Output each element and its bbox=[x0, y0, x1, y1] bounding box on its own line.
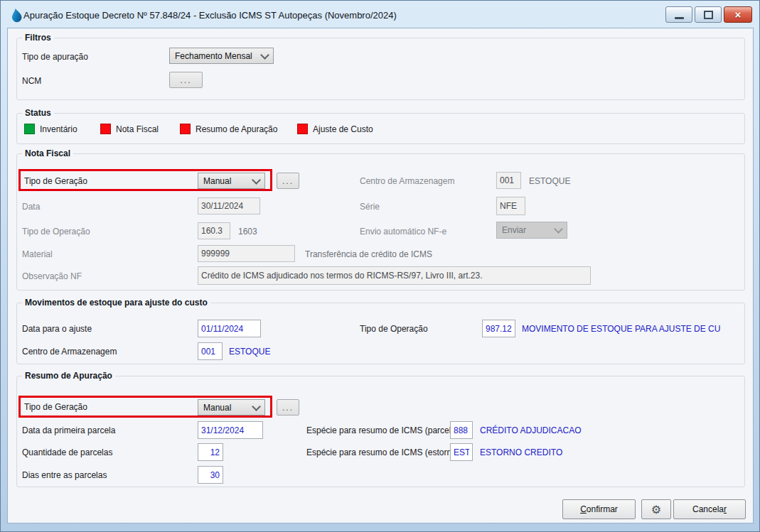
minimize-button[interactable] bbox=[665, 6, 692, 23]
ncm-label: NCM bbox=[22, 76, 41, 86]
res-tipo-geracao-select[interactable]: Manual bbox=[198, 399, 265, 416]
nf-tipo-geracao-select[interactable]: Manual bbox=[198, 173, 265, 189]
nf-tipo-operacao-label: Tipo de Operação bbox=[22, 227, 90, 237]
nf-tipo-operacao-input bbox=[198, 222, 230, 239]
nf-material-input bbox=[198, 245, 295, 262]
res-tipo-geracao-label: Tipo de Geração bbox=[24, 402, 87, 412]
cancel-button-label: Cancela bbox=[692, 504, 724, 514]
res-tipo-geracao-value: Manual bbox=[203, 403, 231, 413]
res-data-parcela-input[interactable] bbox=[198, 421, 263, 439]
confirm-button-accesskey: C bbox=[580, 504, 587, 514]
group-filtros-title: Filtros bbox=[22, 33, 54, 43]
water-drop-icon bbox=[9, 8, 23, 23]
nf-observacao-label: Observação NF bbox=[22, 271, 82, 281]
mov-data-ajuste-label: Data para o ajuste bbox=[22, 324, 92, 334]
nf-envio-value: Enviar bbox=[502, 225, 526, 235]
maximize-button[interactable] bbox=[695, 6, 722, 23]
status-square-nota-fiscal bbox=[100, 124, 111, 134]
maximize-icon bbox=[704, 11, 713, 19]
confirm-button[interactable]: Confirmar bbox=[562, 499, 636, 519]
res-qtd-parcelas-input[interactable] bbox=[198, 443, 223, 461]
window-title: Apuração Estoque Decreto Nº 57.848/24 - … bbox=[23, 10, 397, 21]
status-label-nota-fiscal: Nota Fiscal bbox=[116, 124, 159, 134]
res-especie-estorno-input[interactable] bbox=[450, 443, 473, 461]
minimize-icon bbox=[675, 17, 684, 19]
nf-browse-button[interactable]: ... bbox=[277, 173, 299, 189]
res-especie-estorno-label: Espécie para resumo de ICMS (estorno) bbox=[306, 447, 459, 457]
mov-centro-input[interactable] bbox=[198, 342, 223, 360]
mov-centro-label: Centro de Armazenagem bbox=[22, 347, 117, 357]
res-especie-estorno-desc: ESTORNO CREDITO bbox=[480, 447, 562, 457]
nf-observacao-input bbox=[198, 266, 591, 285]
mov-tipo-operacao-desc: MOVIMENTO DE ESTOQUE PARA AJUSTE DE CU bbox=[522, 324, 720, 334]
chevron-down-icon bbox=[252, 402, 261, 411]
nf-tipo-operacao-desc: 1603 bbox=[238, 227, 257, 237]
mov-data-ajuste-input[interactable] bbox=[198, 320, 261, 337]
nf-tipo-geracao-value: Manual bbox=[203, 176, 231, 186]
settings-button[interactable]: ⚙ bbox=[641, 499, 671, 519]
res-qtd-parcelas-label: Quantidade de parcelas bbox=[22, 447, 112, 457]
tipo-apuracao-value: Fechamento Mensal bbox=[175, 51, 252, 61]
nf-centro-desc: ESTOQUE bbox=[529, 176, 570, 186]
chevron-down-icon bbox=[252, 175, 261, 185]
nf-tipo-geracao-label: Tipo de Geração bbox=[24, 176, 87, 186]
res-dias-parcelas-input[interactable] bbox=[198, 466, 223, 484]
res-especie-parcelas-desc: CRÉDITO ADJUDICACAO bbox=[480, 425, 581, 435]
res-data-parcela-label: Data da primeira parcela bbox=[22, 425, 115, 435]
tipo-apuracao-select[interactable]: Fechamento Mensal bbox=[169, 48, 274, 64]
nf-centro-label: Centro de Armazenagem bbox=[360, 176, 454, 186]
nf-serie-input bbox=[496, 197, 525, 215]
gear-icon: ⚙ bbox=[651, 503, 661, 516]
close-icon: × bbox=[735, 9, 742, 20]
nf-data-label: Data bbox=[22, 202, 40, 212]
status-square-resumo bbox=[180, 124, 191, 134]
confirm-button-label: onfirmar bbox=[587, 504, 618, 514]
ncm-browse-button[interactable]: ... bbox=[169, 72, 203, 88]
nf-material-label: Material bbox=[22, 249, 53, 259]
status-label-inventario: Inventário bbox=[40, 124, 77, 134]
nf-centro-input bbox=[496, 172, 521, 189]
tipo-apuracao-label: Tipo de apuração bbox=[22, 52, 88, 62]
nf-serie-label: Série bbox=[360, 202, 380, 212]
nf-material-desc: Transferência de crédito de ICMS bbox=[305, 249, 432, 259]
close-button[interactable]: × bbox=[724, 6, 752, 23]
cancel-button-accesskey: r bbox=[724, 504, 727, 514]
status-square-ajuste bbox=[297, 124, 308, 134]
nf-data-input bbox=[198, 197, 260, 215]
status-label-resumo: Resumo de Apuração bbox=[196, 124, 277, 134]
res-dias-parcelas-label: Dias entre as parcelas bbox=[22, 470, 107, 480]
res-browse-button[interactable]: ... bbox=[277, 399, 299, 416]
dialog-window: Apuração Estoque Decreto Nº 57.848/24 - … bbox=[0, 0, 760, 532]
mov-tipo-operacao-input[interactable] bbox=[482, 320, 515, 337]
res-especie-parcelas-label: Espécie para resumo de ICMS (parcelas) bbox=[306, 425, 463, 435]
group-nota-fiscal-title: Nota Fiscal bbox=[22, 148, 73, 158]
mov-centro-desc: ESTOQUE bbox=[229, 347, 270, 357]
group-status-title: Status bbox=[22, 108, 54, 118]
status-label-ajuste: Ajuste de Custo bbox=[313, 124, 373, 134]
chevron-down-icon bbox=[260, 50, 269, 60]
chevron-down-icon bbox=[554, 224, 563, 234]
res-especie-parcelas-input[interactable] bbox=[450, 421, 473, 439]
group-filtros bbox=[16, 38, 745, 100]
nf-envio-select: Enviar bbox=[496, 222, 567, 239]
cancel-button[interactable]: Cancelar bbox=[673, 499, 746, 519]
group-resumo-title: Resumo de Apuração bbox=[22, 371, 115, 381]
nf-envio-label: Envio automático NF-e bbox=[360, 227, 446, 237]
mov-tipo-operacao-label: Tipo de Operação bbox=[360, 324, 428, 334]
status-square-inventario bbox=[24, 124, 35, 134]
group-movimentos-title: Movimentos de estoque para ajuste do cus… bbox=[22, 298, 210, 308]
